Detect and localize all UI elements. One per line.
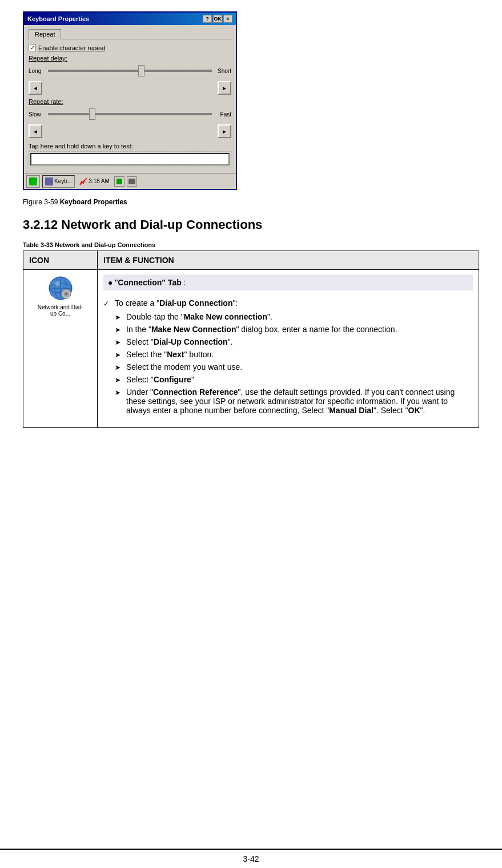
rate-arrows-row: ◄ ► <box>29 124 231 138</box>
arrow-7: ➤ <box>115 389 123 397</box>
connection-tab-bold: Connection" Tab <box>118 278 181 287</box>
close-button[interactable]: × <box>223 15 232 23</box>
test-input-border <box>29 151 231 167</box>
rate-thumb[interactable] <box>89 108 95 120</box>
figure-caption-bold: Keyboard Properties <box>60 198 127 206</box>
repeat-delay-label: Repeat delay: <box>29 55 231 62</box>
dialog-window: Keyboard Properties ? OK × Repeat ✓ Enab… <box>23 11 237 190</box>
page-footer: 3-42 <box>0 849 502 868</box>
fast-label: Fast <box>214 111 231 118</box>
sub-content: ✓ To create a "Dial-up Connection": ➤ Do… <box>103 294 473 423</box>
test-section: Tap here and hold down a key to test: <box>29 143 231 167</box>
table-caption: Table 3-33 Network and Dial-up Connectio… <box>23 241 479 248</box>
svg-point-6 <box>54 281 60 286</box>
figure-caption-text: Figure 3-59 Keyboard Properties <box>23 198 127 206</box>
taskbar-keyb-app[interactable]: Keyb... <box>42 175 75 188</box>
icon-label: Network and Dial-up Co... <box>38 304 83 317</box>
step-1: ➤ Double-tap the "Make New connection". <box>115 312 473 321</box>
repeat-tab[interactable]: Repeat <box>29 29 61 39</box>
delay-thumb[interactable] <box>138 65 144 76</box>
step-4-bold: Next <box>167 350 184 359</box>
step-1-bold: Make New connection <box>184 312 267 321</box>
dial-up-bold: Dial-up Connection <box>159 298 232 308</box>
test-label: Tap here and hold down a key to test: <box>29 143 231 150</box>
step-6-text: Select "Configure" <box>126 375 194 384</box>
rate-track: ·· ·· ·· ·· ·· ·· · <box>48 113 212 115</box>
step-5: ➤ Select the modem you want use. <box>115 362 473 372</box>
step-7-bold-3: OK <box>408 406 420 415</box>
long-label: Long <box>29 68 46 74</box>
repeat-rate-section: Repeat rate: Slow ·· ·· ·· ·· ·· <box>29 98 231 138</box>
repeat-delay-section: Repeat delay: Long ·· ·· ·· ·· ·· <box>29 55 231 95</box>
delay-arrows-row: ◄ ► <box>29 81 231 95</box>
clock-time: 3:18 AM <box>89 178 110 184</box>
arrow-2: ➤ <box>115 326 123 334</box>
check-mark: ✓ <box>103 300 111 308</box>
step-3-text: Select "Dial-Up Connection". <box>126 337 233 346</box>
dialog-titlebar: Keyboard Properties ? OK × <box>24 13 236 25</box>
slow-label: Slow <box>29 111 46 118</box>
delay-left-arrow[interactable]: ◄ <box>29 81 42 95</box>
enable-checkbox[interactable]: ✓ <box>29 44 36 51</box>
content-cell: ● "Connection" Tab : ✓ To create a "Dial… <box>98 270 479 428</box>
step-4: ➤ Select the "Next" button. <box>115 350 473 359</box>
step-2-bold: Make New Connection <box>151 325 236 334</box>
step-3-bold: Dial-Up Connection <box>154 337 228 346</box>
keyb-label: Keyb... <box>54 178 72 184</box>
figure-caption: Figure 3-59 Keyboard Properties <box>23 198 479 206</box>
checkbox-row: ✓ Enable character repeat <box>29 44 231 51</box>
step-2: ➤ In the "Make New Connection" dialog bo… <box>115 325 473 334</box>
table-header-row: ICON ITEM & FUNCTION <box>23 251 479 270</box>
globe-svg <box>47 274 74 302</box>
col-header-function: ITEM & FUNCTION <box>98 251 479 270</box>
dialog-title-buttons: ? OK × <box>203 15 232 23</box>
tab-bar: Repeat <box>29 29 231 39</box>
dialog-taskbar: Keyb... 3:18 AM <box>24 173 236 189</box>
delay-right-arrow[interactable]: ► <box>218 81 231 95</box>
connection-tab-label: "Connection" Tab : <box>115 278 186 287</box>
step-2-text: In the "Make New Connection" dialog box,… <box>126 325 397 334</box>
svg-point-9 <box>65 293 67 295</box>
dialog-screenshot: Keyboard Properties ? OK × Repeat ✓ Enab… <box>23 11 237 190</box>
battery-icon <box>114 176 125 187</box>
test-input[interactable] <box>30 153 230 165</box>
step-7: ➤ Under "Connection Reference", use the … <box>115 387 473 415</box>
rate-right-arrow[interactable]: ► <box>218 124 231 138</box>
dialog-title: Keyboard Properties <box>27 15 89 22</box>
icon-cell: Network and Dial-up Co... <box>23 270 98 428</box>
page-content: Keyboard Properties ? OK × Repeat ✓ Enab… <box>0 0 502 439</box>
printer-icon <box>127 176 137 187</box>
step-1-text: Double-tap the "Make New connection". <box>126 312 272 321</box>
signal-icon <box>79 177 87 185</box>
connection-tab-row: ● "Connection" Tab : <box>103 274 473 290</box>
arrow-6: ➤ <box>115 376 123 384</box>
dialog-body: Repeat ✓ Enable character repeat Repeat … <box>24 25 236 173</box>
step-7-bold-1: Connection Reference <box>153 387 238 397</box>
help-button[interactable]: ? <box>203 15 212 23</box>
arrow-1: ➤ <box>115 313 123 321</box>
start-button[interactable] <box>26 175 40 188</box>
col-header-icon: ICON <box>23 251 98 270</box>
checkbox-label: Enable character repeat <box>38 45 105 51</box>
table-row: Network and Dial-up Co... ● "Connection"… <box>23 270 479 428</box>
network-icon-group: Network and Dial-up Co... <box>29 274 91 317</box>
rate-left-arrow[interactable]: ◄ <box>29 124 42 138</box>
ok-button[interactable]: OK <box>213 15 222 23</box>
step-7-text: Under "Connection Reference", use the de… <box>126 387 473 415</box>
arrow-5: ➤ <box>115 364 123 372</box>
dial-up-intro-item: ✓ To create a "Dial-up Connection": <box>103 298 473 308</box>
dial-up-intro-text: To create a "Dial-up Connection": <box>115 298 238 308</box>
taskbar-time-area: 3:18 AM <box>79 177 110 185</box>
page-number: 3-42 <box>243 854 259 863</box>
step-6: ➤ Select "Configure" <box>115 375 473 384</box>
section-heading: 3.2.12 Network and Dial-up Connections <box>23 217 479 232</box>
step-4-text: Select the "Next" button. <box>126 350 214 359</box>
keyb-icon <box>45 177 53 185</box>
step-5-text: Select the modem you want use. <box>126 362 242 372</box>
step-6-bold: Configure <box>154 375 191 384</box>
start-icon <box>29 177 37 185</box>
arrow-3: ➤ <box>115 338 123 346</box>
repeat-rate-row: Slow ·· ·· ·· ·· ·· ·· · <box>29 106 231 122</box>
step-7-bold-2: Manual Dial <box>329 406 374 415</box>
svg-marker-0 <box>80 178 87 185</box>
